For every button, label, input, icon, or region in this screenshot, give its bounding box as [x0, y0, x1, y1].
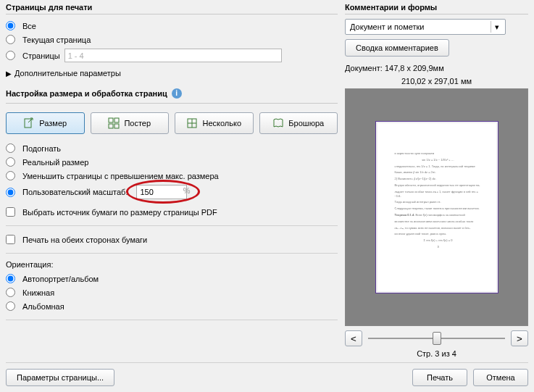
label-pages: Страницы	[22, 51, 60, 60]
prev-page-button[interactable]: <	[345, 330, 362, 346]
label-paper-source: Выбрать источник бумаги по размеру стран…	[22, 208, 217, 217]
divider	[6, 320, 338, 320]
radio-actual[interactable]	[6, 157, 15, 167]
scale-input[interactable]	[136, 185, 187, 199]
info-icon[interactable]: i	[172, 88, 182, 99]
label-shrink: Уменьшить страницы с превышением макс. р…	[22, 172, 219, 180]
paper-size-label: 210,02 x 297,01 мм	[345, 77, 528, 86]
multiple-button[interactable]: Несколько	[175, 112, 254, 134]
poster-button[interactable]: Постер	[91, 112, 170, 134]
radio-auto-orientation[interactable]	[6, 274, 15, 283]
page-slider[interactable]	[368, 330, 505, 346]
comments-select-value: Документ и пометки	[350, 22, 424, 31]
multiple-icon	[186, 117, 198, 129]
booklet-button[interactable]: Брошюра	[259, 112, 338, 134]
size-button[interactable]: Размер	[6, 112, 85, 134]
label-custom-scale: Пользовательский масштаб:	[22, 188, 128, 196]
orientation-title: Ориентация:	[6, 260, 338, 269]
label-landscape: Альбомная	[22, 302, 64, 311]
label-auto-orientation: Автопортрет/альбом	[22, 275, 99, 283]
radio-landscape[interactable]	[6, 301, 15, 311]
next-page-button[interactable]: >	[511, 330, 528, 346]
slider-thumb[interactable]	[433, 332, 441, 345]
more-options-expander[interactable]: ▶ Дополнительные параметры	[6, 69, 338, 78]
label-actual: Реальный размер	[22, 158, 88, 167]
svg-rect-4	[114, 124, 119, 128]
print-button[interactable]: Печать	[412, 369, 467, 386]
booklet-icon	[272, 117, 284, 129]
percent-label: %	[183, 186, 191, 195]
label-portrait: Книжная	[22, 288, 54, 297]
checkbox-paper-source[interactable]	[6, 207, 15, 217]
pages-input[interactable]	[64, 49, 282, 62]
radio-all[interactable]	[6, 21, 15, 30]
summarize-comments-button[interactable]: Сводка комментариев	[345, 39, 449, 57]
radio-custom-scale[interactable]	[6, 188, 15, 197]
chevron-down-icon: ▾	[491, 21, 502, 33]
svg-rect-3	[109, 124, 113, 128]
divider	[6, 225, 338, 226]
chevron-right-icon: ▶	[6, 70, 12, 78]
label-fit: Подогнать	[22, 144, 61, 153]
radio-portrait[interactable]	[6, 288, 15, 297]
label-all: Все	[22, 22, 36, 30]
comments-select[interactable]: Документ и пометки ▾	[345, 19, 506, 35]
radio-pages[interactable]	[6, 51, 15, 60]
radio-current[interactable]	[6, 35, 15, 44]
svg-rect-2	[114, 118, 119, 122]
more-options-label: Дополнительные параметры	[14, 69, 121, 78]
svg-rect-1	[109, 118, 113, 122]
divider	[6, 253, 338, 254]
size-icon	[23, 117, 35, 129]
document-size-label: Документ: 147,8 x 209,9мм	[345, 64, 528, 72]
poster-icon	[108, 117, 120, 129]
label-current: Текущая страница	[22, 36, 91, 44]
label-duplex: Печать на обеих сторонах бумаги	[22, 235, 147, 244]
radio-fit[interactable]	[6, 143, 15, 153]
cancel-button[interactable]: Отмена	[473, 369, 528, 386]
page-indicator: Стр. 3 из 4	[345, 349, 528, 358]
sizing-title: Настройка размера и обработка страниц	[6, 89, 167, 98]
page-thumbnail: в окрестности нуля получаем sin 1/z = 1/…	[375, 121, 498, 293]
comments-title: Комментарии и формы	[345, 3, 528, 14]
pages-to-print-title: Страницы для печати	[6, 3, 338, 14]
page-setup-button[interactable]: Параметры страницы...	[6, 369, 114, 386]
radio-shrink[interactable]	[6, 171, 15, 180]
checkbox-duplex[interactable]	[6, 235, 15, 244]
preview-area: в окрестности нуля получаем sin 1/z = 1/…	[345, 88, 528, 326]
